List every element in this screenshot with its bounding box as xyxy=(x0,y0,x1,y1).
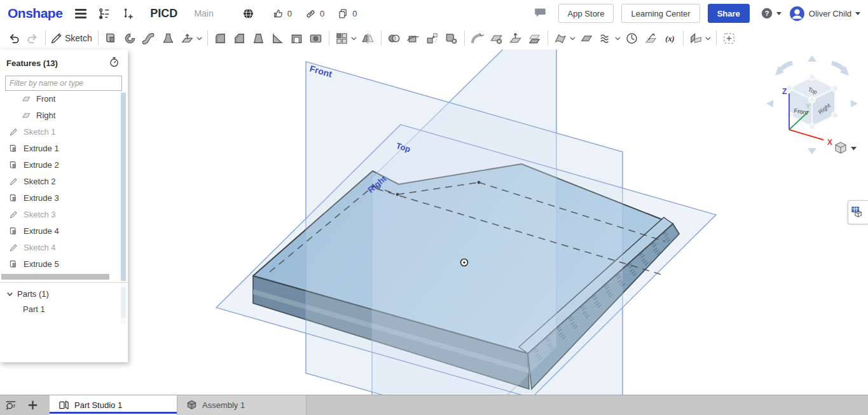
transform-button[interactable] xyxy=(423,29,442,48)
view-spin-arrows[interactable] xyxy=(778,63,846,72)
helix-button[interactable] xyxy=(623,29,642,48)
feature-item[interactable]: Right xyxy=(0,107,120,123)
insertables-flyout-tab[interactable] xyxy=(848,200,868,224)
feature-item[interactable]: Extrude 3 xyxy=(0,189,120,206)
feature-item[interactable]: Sketch 4 xyxy=(0,239,120,255)
feature-item[interactable]: Front xyxy=(0,90,120,107)
chevron-down-icon[interactable] xyxy=(705,35,712,42)
feature-label: Sketch 4 xyxy=(24,243,56,252)
view-cube[interactable]: Top Front Right Z Y X xyxy=(766,55,858,154)
app-store-button[interactable]: App Store xyxy=(558,4,614,23)
redo-button[interactable] xyxy=(23,29,42,48)
links-stat[interactable]: 0 xyxy=(305,8,324,20)
boolean-button[interactable] xyxy=(385,29,404,48)
origin-marker[interactable] xyxy=(461,259,468,266)
parts-section-header[interactable]: Parts (1) xyxy=(0,286,128,301)
curve-button[interactable] xyxy=(596,29,616,48)
thicken-button[interactable] xyxy=(178,29,197,48)
copies-icon xyxy=(337,8,349,20)
plane-icon xyxy=(22,111,31,120)
feature-label: Right xyxy=(36,111,55,120)
feature-item[interactable]: Extrude 4 xyxy=(0,222,120,239)
part-list-item[interactable]: Part 1 xyxy=(0,301,128,316)
feature-item[interactable]: Extrude 5 xyxy=(0,255,120,272)
manage-tabs-button[interactable] xyxy=(0,395,22,415)
surface-icon xyxy=(553,31,568,46)
insert-new-tab-button[interactable] xyxy=(22,395,43,415)
chamfer-button[interactable] xyxy=(230,29,249,48)
chevron-down-icon[interactable] xyxy=(196,35,203,42)
rib-button[interactable] xyxy=(268,29,287,48)
chevron-down-icon[interactable] xyxy=(614,35,621,42)
chevron-down-icon[interactable] xyxy=(350,35,357,42)
feature-item[interactable]: Extrude 1 xyxy=(0,140,120,156)
feature-item[interactable]: Extrude 2 xyxy=(0,156,120,173)
feature-filter-input[interactable] xyxy=(5,76,122,91)
document-stats: 0 0 0 xyxy=(272,8,366,20)
revolve-button[interactable] xyxy=(121,29,140,48)
likes-stat[interactable]: 0 xyxy=(272,8,292,20)
mirror-button[interactable] xyxy=(359,29,378,48)
feature-label: Sketch 1 xyxy=(24,127,56,137)
custom-feature-button[interactable] xyxy=(720,29,739,48)
replace-face-button[interactable] xyxy=(525,29,544,48)
axis-x-label: X xyxy=(827,138,832,147)
public-globe-icon[interactable] xyxy=(242,6,256,20)
feature-item[interactable]: Sketch 2 xyxy=(0,173,120,189)
sketch-pencil-button[interactable]: Sketch xyxy=(49,29,95,48)
user-name: Oliver Child xyxy=(809,9,851,18)
split-button[interactable] xyxy=(404,29,423,48)
onshape-logo[interactable]: Onshape xyxy=(8,6,62,21)
part-list-cube-icon xyxy=(851,206,864,219)
part-studio-icon xyxy=(59,400,69,411)
panel-divider xyxy=(0,282,128,283)
parts-scrollbar[interactable] xyxy=(121,287,126,318)
tab-assembly-1[interactable]: Assembly 1 xyxy=(177,395,307,415)
move-face-button[interactable] xyxy=(506,29,525,48)
draft-button[interactable] xyxy=(249,29,268,48)
help-menu[interactable]: ? xyxy=(760,6,782,20)
learning-center-button[interactable]: Learning Center xyxy=(621,4,699,23)
plane-button[interactable] xyxy=(577,29,596,48)
shell-button[interactable] xyxy=(287,29,307,48)
user-menu[interactable]: Oliver Child xyxy=(789,6,860,22)
document-title[interactable]: PICD xyxy=(150,7,177,20)
extrude-button[interactable] xyxy=(102,29,121,48)
sheet-metal-button[interactable] xyxy=(687,29,706,48)
main-menu-icon[interactable] xyxy=(75,9,86,18)
versions-icon[interactable] xyxy=(97,6,111,20)
view-options-button[interactable] xyxy=(836,142,857,153)
loft-button[interactable] xyxy=(159,29,178,48)
tab-part-studio-1[interactable]: Part Studio 1 xyxy=(50,395,177,415)
projected-curve-button[interactable] xyxy=(642,29,661,48)
share-button[interactable]: Share xyxy=(708,4,750,23)
variable-button[interactable]: (x) xyxy=(661,29,680,48)
regenerate-stopwatch-icon[interactable] xyxy=(108,56,120,71)
feature-item[interactable]: Sketch 3 xyxy=(0,206,120,222)
sweep-button[interactable] xyxy=(140,29,159,48)
delete-part-button[interactable] xyxy=(442,29,461,48)
helix-icon xyxy=(624,31,639,46)
feature-label: Extrude 4 xyxy=(24,226,59,236)
fillet-button[interactable] xyxy=(211,29,230,48)
delete-part-icon xyxy=(444,31,458,46)
copies-count: 0 xyxy=(352,9,357,18)
feature-item[interactable]: Sketch 1 xyxy=(0,123,120,140)
graphics-viewport[interactable]: Front Top Right xyxy=(0,50,868,395)
undo-button[interactable] xyxy=(4,29,23,48)
branch-create-icon[interactable] xyxy=(121,6,135,20)
link-icon xyxy=(305,8,317,20)
feature-list-hscrollbar[interactable] xyxy=(1,274,120,280)
feedback-chat-icon[interactable] xyxy=(534,6,547,22)
hole-button[interactable] xyxy=(307,29,326,48)
modify-fillet-button[interactable] xyxy=(468,29,487,48)
workspace-name[interactable]: Main xyxy=(194,8,213,18)
chevron-down-icon[interactable] xyxy=(569,35,576,42)
sketch-icon xyxy=(9,177,18,186)
scene-3d: Front Top Right xyxy=(0,50,868,395)
toolbar-separator xyxy=(45,31,46,46)
delete-face-button[interactable] xyxy=(487,29,506,48)
copies-stat[interactable]: 0 xyxy=(337,8,357,20)
linear-pattern-button[interactable] xyxy=(333,29,352,48)
surface-button[interactable] xyxy=(551,29,570,48)
